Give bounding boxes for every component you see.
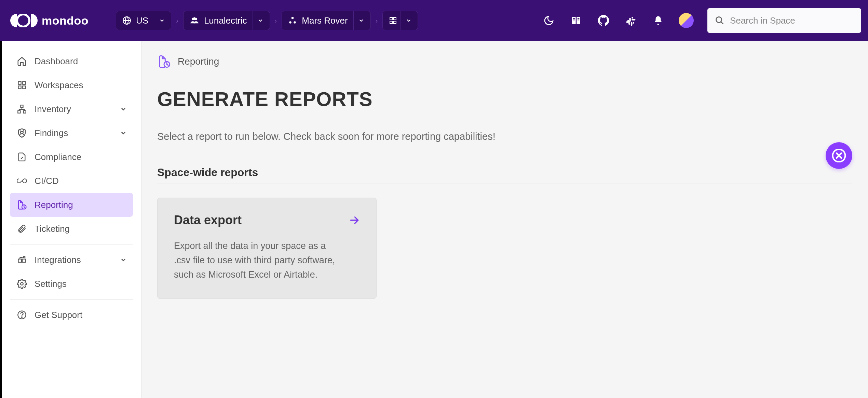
space-icon xyxy=(288,16,297,25)
svg-point-44 xyxy=(22,317,22,317)
nav-divider xyxy=(10,244,133,244)
sidebar-item-dashboard[interactable]: Dashboard xyxy=(10,49,133,73)
svg-rect-37 xyxy=(18,259,22,262)
inventory-icon xyxy=(16,103,28,115)
book-icon xyxy=(571,15,582,26)
chevron-down-icon xyxy=(120,106,127,112)
org-dropdown[interactable] xyxy=(253,11,268,30)
svg-point-39 xyxy=(24,256,25,258)
svg-rect-20 xyxy=(18,82,21,84)
sidebar-item-label: Ticketing xyxy=(35,224,70,234)
header-actions xyxy=(542,13,694,28)
breadcrumb-separator: › xyxy=(175,17,180,25)
chevron-down-icon xyxy=(159,17,165,24)
region-dropdown[interactable] xyxy=(154,11,169,30)
chevron-down-icon xyxy=(406,17,412,24)
sidebar-nav: Dashboard Workspaces Inventory Findings … xyxy=(0,41,141,398)
svg-point-31 xyxy=(21,131,23,134)
close-button[interactable] xyxy=(826,142,852,169)
close-icon xyxy=(832,149,846,162)
region-label: US xyxy=(136,15,148,26)
globe-icon xyxy=(122,16,131,25)
search-icon xyxy=(715,16,724,25)
breadcrumb-separator: › xyxy=(273,17,279,25)
theme-toggle[interactable] xyxy=(542,14,556,27)
svg-rect-23 xyxy=(23,86,25,89)
integrations-icon xyxy=(16,254,28,266)
reporting-icon xyxy=(157,55,171,68)
svg-point-9 xyxy=(294,21,296,23)
svg-rect-16 xyxy=(578,18,579,19)
arrow-right-icon xyxy=(349,215,360,226)
nav-divider xyxy=(10,299,133,300)
region-selector[interactable]: US xyxy=(116,11,171,30)
moon-icon xyxy=(543,15,554,26)
sidebar-item-label: CI/CD xyxy=(35,176,59,186)
svg-rect-21 xyxy=(23,82,25,84)
report-card-data-export[interactable]: Data export Export all the data in your … xyxy=(157,198,377,299)
sidebar-item-support[interactable]: Get Support xyxy=(10,303,133,327)
space-selector[interactable]: Mars Rover xyxy=(282,11,370,30)
paperclip-icon xyxy=(16,223,28,235)
infinity-icon xyxy=(16,175,28,187)
space-label: Mars Rover xyxy=(302,15,348,26)
sidebar-item-cicd[interactable]: CI/CD xyxy=(10,169,133,193)
sidebar-item-label: Inventory xyxy=(35,104,71,115)
logo-mark-icon xyxy=(10,14,38,27)
page-title: GENERATE REPORTS xyxy=(157,88,852,110)
sidebar-item-workspaces[interactable]: Workspaces xyxy=(10,73,133,97)
slack-icon xyxy=(625,15,636,26)
brand-logo[interactable]: mondoo xyxy=(10,14,89,27)
workspace-dropdown[interactable] xyxy=(401,11,416,30)
notifications-button[interactable] xyxy=(651,14,665,27)
brand-name: mondoo xyxy=(42,14,89,27)
svg-rect-38 xyxy=(22,259,25,262)
chevron-down-icon xyxy=(120,130,127,136)
sidebar-item-inventory[interactable]: Inventory xyxy=(10,97,133,121)
sidebar-item-findings[interactable]: Findings xyxy=(10,121,133,145)
svg-rect-11 xyxy=(394,17,396,20)
section-title: Space-wide reports xyxy=(157,166,852,184)
compliance-icon xyxy=(16,151,28,163)
space-dropdown[interactable] xyxy=(353,11,369,30)
svg-line-35 xyxy=(23,134,24,135)
svg-point-42 xyxy=(21,282,23,285)
sidebar-item-compliance[interactable]: Compliance xyxy=(10,145,133,169)
svg-rect-14 xyxy=(573,18,575,19)
help-icon xyxy=(16,309,28,321)
svg-rect-24 xyxy=(21,105,23,107)
card-description: Export all the data in your space as a .… xyxy=(174,239,338,282)
svg-rect-15 xyxy=(573,19,575,20)
sidebar-item-ticketing[interactable]: Ticketing xyxy=(10,217,133,241)
breadcrumb-separator: › xyxy=(374,17,379,25)
user-avatar[interactable] xyxy=(679,13,694,28)
docs-link[interactable] xyxy=(569,14,583,27)
gear-icon xyxy=(16,278,28,290)
search-box[interactable] xyxy=(707,8,861,33)
card-title: Data export xyxy=(174,213,242,227)
sidebar-item-label: Integrations xyxy=(35,255,81,265)
slack-link[interactable] xyxy=(624,14,638,27)
sidebar-item-reporting[interactable]: Reporting xyxy=(10,193,133,217)
svg-line-32 xyxy=(20,131,21,132)
svg-line-19 xyxy=(721,22,723,24)
sidebar-item-label: Workspaces xyxy=(35,80,83,91)
sidebar-item-settings[interactable]: Settings xyxy=(10,272,133,296)
sidebar-item-integrations[interactable]: Integrations xyxy=(10,248,133,272)
search-input[interactable] xyxy=(730,15,854,26)
main-content: Reporting GENERATE REPORTS Select a repo… xyxy=(141,41,868,398)
sidebar-item-label: Dashboard xyxy=(35,56,78,67)
workspace-selector[interactable] xyxy=(382,11,418,30)
bell-icon xyxy=(653,15,663,26)
chevron-down-icon xyxy=(358,17,364,24)
svg-point-18 xyxy=(716,17,722,23)
svg-line-33 xyxy=(23,131,24,132)
breadcrumb-label: Reporting xyxy=(178,56,219,67)
github-link[interactable] xyxy=(597,14,610,27)
org-selector[interactable]: Lunalectric xyxy=(183,11,270,30)
svg-point-8 xyxy=(289,21,292,23)
chevron-down-icon xyxy=(120,256,127,263)
sidebar-item-label: Findings xyxy=(35,128,68,138)
reporting-icon xyxy=(16,199,28,211)
sidebar-item-label: Settings xyxy=(35,279,67,289)
